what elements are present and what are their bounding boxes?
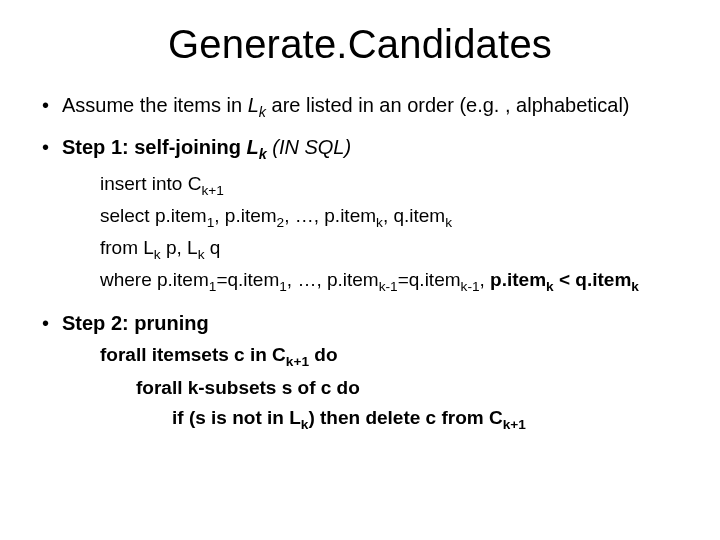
t: select p.item (100, 205, 207, 226)
text: Assume the items in (62, 94, 248, 116)
t: k (198, 247, 205, 262)
step2-label: Step 2: pruning (62, 312, 209, 334)
lk-sub: k (259, 104, 266, 120)
bullet-step2: Step 2: pruning forall itemsets c in Ck+… (28, 311, 692, 436)
lk: L (248, 94, 259, 116)
t: p, L (161, 237, 198, 258)
sql-insert: insert into Ck+1 (100, 169, 692, 201)
t: k-1 (461, 279, 480, 294)
sql-from: from Lk p, Lk q (100, 233, 692, 265)
bullet-assume: Assume the items in Lk are listed in an … (28, 93, 692, 121)
t: , (480, 269, 491, 290)
t: k-1 (379, 279, 398, 294)
t: k (445, 215, 452, 230)
sql-where: where p.item1=q.item1, …, p.itemk-1=q.it… (100, 265, 692, 297)
t: k (376, 215, 383, 230)
bullet-step1: Step 1: self-joining Lk (IN SQL) insert … (28, 135, 692, 297)
t: insert into C (100, 173, 201, 194)
t: , …, p.item (287, 269, 379, 290)
prune-l2: forall k-subsets s of c do (136, 373, 692, 403)
t: =q.item (398, 269, 461, 290)
slide: Generate.Candidates Assume the items in … (0, 0, 720, 540)
t: =q.item (216, 269, 279, 290)
t: q (205, 237, 221, 258)
t: p.item (490, 269, 546, 290)
t: 1 (279, 279, 287, 294)
lk: L (246, 136, 258, 158)
t: k+1 (286, 354, 309, 369)
prune-l1: forall itemsets c in Ck+1 do (100, 340, 692, 373)
t: if (s is not in L (172, 407, 301, 428)
t: where p.item (100, 269, 209, 290)
slide-title: Generate.Candidates (28, 22, 692, 67)
t: , q.item (383, 205, 445, 226)
t: , …, p.item (284, 205, 376, 226)
t: forall itemsets c in C (100, 344, 286, 365)
t: , p.item (214, 205, 276, 226)
text: are listed in an order (e.g. , alphabeti… (266, 94, 630, 116)
t: k (546, 279, 554, 294)
t: k (154, 247, 161, 262)
t: k+1 (201, 183, 223, 198)
step1-trail: (IN SQL) (267, 136, 351, 158)
lk-sub: k (259, 146, 267, 162)
prune-block: forall itemsets c in Ck+1 do forall k-su… (100, 340, 692, 436)
t: do (309, 344, 338, 365)
t: ) then delete c from C (308, 407, 502, 428)
sql-select: select p.item1, p.item2, …, p.itemk, q.i… (100, 201, 692, 233)
t: k+1 (503, 417, 526, 432)
bullet-list: Assume the items in Lk are listed in an … (28, 93, 692, 436)
t: < q.item (554, 269, 632, 290)
t: k (631, 279, 639, 294)
sql-block: insert into Ck+1 select p.item1, p.item2… (100, 169, 692, 297)
t: from L (100, 237, 154, 258)
step1-label: Step 1: self-joining (62, 136, 246, 158)
prune-l3: if (s is not in Lk) then delete c from C… (172, 403, 692, 436)
